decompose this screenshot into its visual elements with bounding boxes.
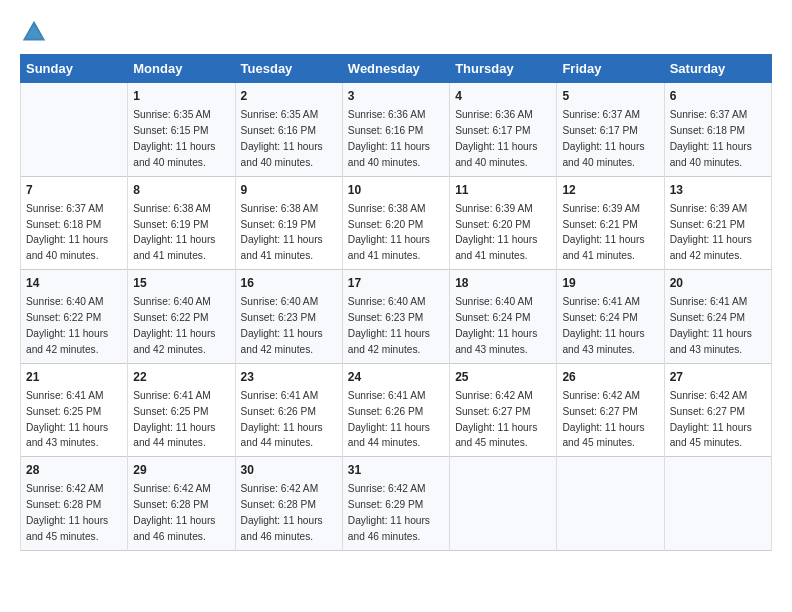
cell-daylight: Daylight: 11 hours and 45 minutes. <box>562 422 644 449</box>
cell-sunrise: Sunrise: 6:39 AM <box>562 203 640 214</box>
cell-sunset: Sunset: 6:28 PM <box>241 499 316 510</box>
day-number: 2 <box>241 88 337 105</box>
cell-sunset: Sunset: 6:24 PM <box>670 312 745 323</box>
cell-daylight: Daylight: 11 hours and 40 minutes. <box>133 141 215 168</box>
day-number: 24 <box>348 369 444 386</box>
day-number: 3 <box>348 88 444 105</box>
day-number: 22 <box>133 369 229 386</box>
day-number: 17 <box>348 275 444 292</box>
day-number: 8 <box>133 182 229 199</box>
calendar-header-saturday: Saturday <box>664 55 771 83</box>
cell-daylight: Daylight: 11 hours and 40 minutes. <box>241 141 323 168</box>
calendar-header-monday: Monday <box>128 55 235 83</box>
day-number: 19 <box>562 275 658 292</box>
calendar-header-wednesday: Wednesday <box>342 55 449 83</box>
day-number: 18 <box>455 275 551 292</box>
day-number: 7 <box>26 182 122 199</box>
calendar-cell: 7Sunrise: 6:37 AMSunset: 6:18 PMDaylight… <box>21 176 128 270</box>
day-number: 12 <box>562 182 658 199</box>
calendar-cell: 4Sunrise: 6:36 AMSunset: 6:17 PMDaylight… <box>450 83 557 177</box>
cell-daylight: Daylight: 11 hours and 41 minutes. <box>241 234 323 261</box>
cell-sunrise: Sunrise: 6:38 AM <box>241 203 319 214</box>
day-number: 20 <box>670 275 766 292</box>
logo <box>20 18 52 46</box>
cell-sunrise: Sunrise: 6:39 AM <box>455 203 533 214</box>
cell-daylight: Daylight: 11 hours and 43 minutes. <box>26 422 108 449</box>
cell-sunset: Sunset: 6:23 PM <box>348 312 423 323</box>
calendar-cell: 27Sunrise: 6:42 AMSunset: 6:27 PMDayligh… <box>664 363 771 457</box>
cell-sunset: Sunset: 6:22 PM <box>133 312 208 323</box>
cell-sunset: Sunset: 6:17 PM <box>562 125 637 136</box>
cell-sunrise: Sunrise: 6:42 AM <box>133 483 211 494</box>
day-number: 10 <box>348 182 444 199</box>
cell-daylight: Daylight: 11 hours and 41 minutes. <box>562 234 644 261</box>
cell-sunset: Sunset: 6:18 PM <box>670 125 745 136</box>
calendar-cell: 1Sunrise: 6:35 AMSunset: 6:15 PMDaylight… <box>128 83 235 177</box>
calendar-cell: 15Sunrise: 6:40 AMSunset: 6:22 PMDayligh… <box>128 270 235 364</box>
calendar-cell: 10Sunrise: 6:38 AMSunset: 6:20 PMDayligh… <box>342 176 449 270</box>
cell-daylight: Daylight: 11 hours and 45 minutes. <box>670 422 752 449</box>
cell-sunrise: Sunrise: 6:36 AM <box>455 109 533 120</box>
cell-sunrise: Sunrise: 6:41 AM <box>562 296 640 307</box>
cell-sunset: Sunset: 6:29 PM <box>348 499 423 510</box>
cell-sunrise: Sunrise: 6:42 AM <box>670 390 748 401</box>
cell-sunset: Sunset: 6:24 PM <box>455 312 530 323</box>
cell-sunrise: Sunrise: 6:41 AM <box>670 296 748 307</box>
cell-sunset: Sunset: 6:22 PM <box>26 312 101 323</box>
cell-daylight: Daylight: 11 hours and 42 minutes. <box>26 328 108 355</box>
cell-sunrise: Sunrise: 6:38 AM <box>133 203 211 214</box>
cell-sunset: Sunset: 6:25 PM <box>133 406 208 417</box>
cell-sunset: Sunset: 6:15 PM <box>133 125 208 136</box>
cell-daylight: Daylight: 11 hours and 41 minutes. <box>348 234 430 261</box>
calendar-cell: 21Sunrise: 6:41 AMSunset: 6:25 PMDayligh… <box>21 363 128 457</box>
calendar-header-tuesday: Tuesday <box>235 55 342 83</box>
calendar-cell: 19Sunrise: 6:41 AMSunset: 6:24 PMDayligh… <box>557 270 664 364</box>
cell-daylight: Daylight: 11 hours and 43 minutes. <box>670 328 752 355</box>
cell-sunset: Sunset: 6:18 PM <box>26 219 101 230</box>
day-number: 11 <box>455 182 551 199</box>
cell-daylight: Daylight: 11 hours and 42 minutes. <box>348 328 430 355</box>
calendar-cell: 16Sunrise: 6:40 AMSunset: 6:23 PMDayligh… <box>235 270 342 364</box>
cell-daylight: Daylight: 11 hours and 40 minutes. <box>26 234 108 261</box>
calendar-cell: 25Sunrise: 6:42 AMSunset: 6:27 PMDayligh… <box>450 363 557 457</box>
cell-daylight: Daylight: 11 hours and 44 minutes. <box>241 422 323 449</box>
cell-daylight: Daylight: 11 hours and 41 minutes. <box>455 234 537 261</box>
calendar-cell: 5Sunrise: 6:37 AMSunset: 6:17 PMDaylight… <box>557 83 664 177</box>
calendar-week-row: 21Sunrise: 6:41 AMSunset: 6:25 PMDayligh… <box>21 363 772 457</box>
calendar-header-row: SundayMondayTuesdayWednesdayThursdayFrid… <box>21 55 772 83</box>
cell-sunset: Sunset: 6:26 PM <box>348 406 423 417</box>
cell-daylight: Daylight: 11 hours and 46 minutes. <box>133 515 215 542</box>
calendar-week-row: 28Sunrise: 6:42 AMSunset: 6:28 PMDayligh… <box>21 457 772 551</box>
day-number: 6 <box>670 88 766 105</box>
header <box>20 18 772 46</box>
cell-sunset: Sunset: 6:25 PM <box>26 406 101 417</box>
cell-sunrise: Sunrise: 6:42 AM <box>241 483 319 494</box>
cell-daylight: Daylight: 11 hours and 40 minutes. <box>455 141 537 168</box>
calendar-cell <box>557 457 664 551</box>
calendar-cell: 20Sunrise: 6:41 AMSunset: 6:24 PMDayligh… <box>664 270 771 364</box>
cell-daylight: Daylight: 11 hours and 43 minutes. <box>455 328 537 355</box>
cell-daylight: Daylight: 11 hours and 40 minutes. <box>562 141 644 168</box>
day-number: 30 <box>241 462 337 479</box>
cell-sunrise: Sunrise: 6:42 AM <box>455 390 533 401</box>
logo-icon <box>20 18 48 46</box>
cell-daylight: Daylight: 11 hours and 45 minutes. <box>455 422 537 449</box>
day-number: 31 <box>348 462 444 479</box>
cell-sunrise: Sunrise: 6:40 AM <box>241 296 319 307</box>
cell-sunrise: Sunrise: 6:35 AM <box>241 109 319 120</box>
cell-sunset: Sunset: 6:21 PM <box>562 219 637 230</box>
day-number: 16 <box>241 275 337 292</box>
calendar-cell <box>664 457 771 551</box>
cell-daylight: Daylight: 11 hours and 40 minutes. <box>670 141 752 168</box>
cell-sunset: Sunset: 6:16 PM <box>348 125 423 136</box>
cell-daylight: Daylight: 11 hours and 45 minutes. <box>26 515 108 542</box>
cell-sunset: Sunset: 6:16 PM <box>241 125 316 136</box>
cell-sunset: Sunset: 6:27 PM <box>562 406 637 417</box>
cell-sunrise: Sunrise: 6:37 AM <box>562 109 640 120</box>
cell-sunrise: Sunrise: 6:35 AM <box>133 109 211 120</box>
day-number: 13 <box>670 182 766 199</box>
cell-sunset: Sunset: 6:17 PM <box>455 125 530 136</box>
cell-sunset: Sunset: 6:27 PM <box>455 406 530 417</box>
day-number: 14 <box>26 275 122 292</box>
day-number: 21 <box>26 369 122 386</box>
